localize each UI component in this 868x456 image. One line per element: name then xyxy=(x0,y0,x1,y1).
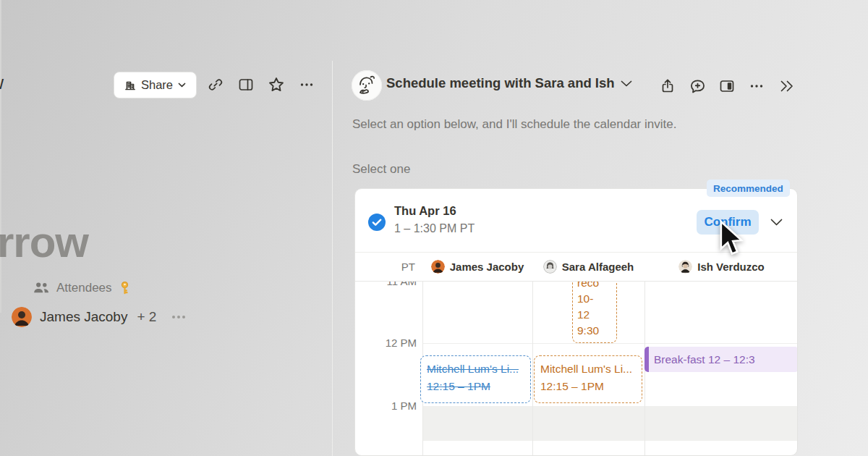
attendee-more-icon[interactable] xyxy=(172,310,185,324)
attendee-extra-count: + 2 xyxy=(137,309,156,325)
option-chevron-down-icon[interactable] xyxy=(770,219,783,227)
timezone-label: PT xyxy=(355,261,422,273)
avatar-sara-small xyxy=(543,260,557,274)
selected-check-icon[interactable] xyxy=(367,213,386,232)
attendee-list-item[interactable]: James Jacoby + 2 xyxy=(12,307,156,327)
page-title-fragment: rrow xyxy=(0,217,88,267)
open-side-panel-icon[interactable] xyxy=(235,74,257,96)
event-james-mitchell: Mitchell Lum's Li... 12:15 – 1PM xyxy=(420,355,531,403)
gridline-12pm xyxy=(422,343,798,344)
share-button[interactable]: Share xyxy=(114,72,197,98)
more-options-icon[interactable] xyxy=(296,74,318,96)
event-sara-morning: reco 10- 12 9:30 xyxy=(572,282,617,343)
event-sara-mitchell: Mitchell Lum's Li... 12:15 – 1PM xyxy=(534,355,642,403)
title-chevron-down-icon[interactable] xyxy=(621,80,632,88)
event-breakfast: Break-fast 12 – 12:3 xyxy=(644,347,798,372)
attendees-label: Attendees xyxy=(56,281,112,295)
time-label-1pm: 1 PM xyxy=(355,400,417,412)
avatar-james-jacoby xyxy=(12,307,32,327)
gridline-col-2 xyxy=(532,282,533,456)
panel-more-options-icon[interactable] xyxy=(746,75,767,97)
recommended-badge: Recommended xyxy=(707,180,790,197)
favorite-star-icon[interactable] xyxy=(265,74,287,96)
time-label-11am: 11 AM xyxy=(355,282,417,287)
people-icon xyxy=(33,282,50,295)
select-one-label: Select one xyxy=(352,162,410,177)
ai-panel-subtitle: Select an option below, and I'll schedul… xyxy=(352,117,676,132)
avatar-james-small xyxy=(431,260,445,274)
ai-assistant-face-icon xyxy=(352,70,382,101)
proposed-slot-highlight xyxy=(422,406,798,441)
copy-link-icon[interactable] xyxy=(205,74,226,96)
time-label-12pm: 12 PM xyxy=(355,337,417,349)
avatar-ish-small xyxy=(678,260,692,274)
key-icon xyxy=(119,281,131,295)
share-button-label: Share xyxy=(141,78,173,92)
calendar-column-ish: Ish Verduzco xyxy=(644,260,798,274)
pane-divider xyxy=(332,61,333,456)
clipped-breadcrumb-text: w xyxy=(0,72,4,93)
mouse-cursor xyxy=(718,220,744,258)
calendar-grid: 11 AM 12 PM 1 PM reco 10- 12 9:30 Break-… xyxy=(355,282,798,456)
building-icon xyxy=(124,80,136,91)
calendar-column-sara: Sara Alfageeh xyxy=(532,260,644,274)
option-date: Thu Apr 16 xyxy=(394,204,456,218)
option-time: 1 – 1:30 PM PT xyxy=(394,222,475,235)
share-export-icon[interactable] xyxy=(657,75,678,97)
ai-panel-title: Schedule meeting with Sara and Ish xyxy=(386,75,615,91)
chevron-down-icon xyxy=(178,83,186,88)
calendar-column-james: James Jacoby xyxy=(422,260,532,274)
attendee-name: James Jacoby xyxy=(40,309,127,325)
toggle-side-panel-icon[interactable] xyxy=(716,75,738,97)
collapse-panel-double-chevron-icon[interactable] xyxy=(775,75,797,97)
attendees-property[interactable]: Attendees xyxy=(33,281,131,295)
add-comment-icon[interactable] xyxy=(686,75,708,97)
